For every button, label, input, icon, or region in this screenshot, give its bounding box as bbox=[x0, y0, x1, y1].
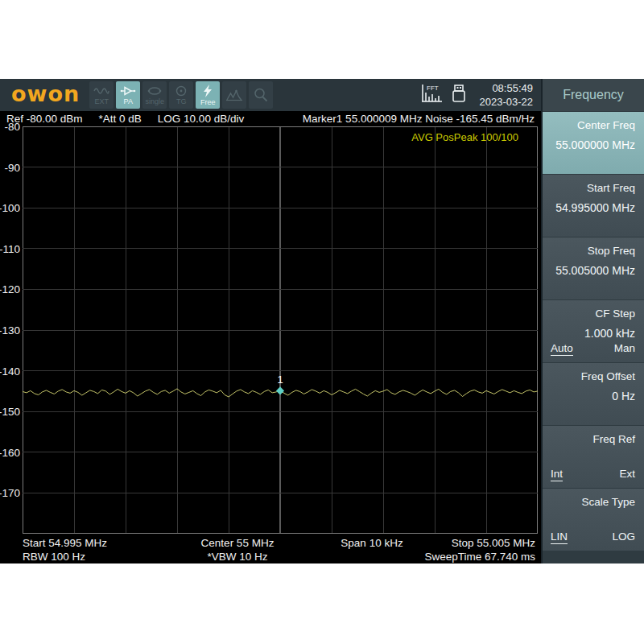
frequency-menu-panel: Frequency Center Freq55.000000 MHzStart … bbox=[541, 79, 644, 564]
menu-button-stop-freq[interactable]: Stop Freq55.005000 MHz bbox=[543, 237, 644, 299]
y-axis-label: -120 bbox=[0, 283, 20, 295]
tg-label: TG bbox=[176, 97, 187, 105]
y-axis-label: -110 bbox=[0, 242, 20, 254]
zoom-toolbar-button[interactable] bbox=[249, 81, 273, 109]
spectrum-plot: AVG PosPeak 100/100 1 bbox=[23, 126, 538, 534]
toolbar-icon-group: EXTPAsingleTGFree bbox=[89, 81, 273, 109]
date: 2023-03-22 bbox=[480, 95, 534, 109]
ext-label: EXT bbox=[95, 97, 109, 105]
free-icon bbox=[200, 85, 216, 97]
single-toolbar-button[interactable]: single bbox=[142, 81, 167, 109]
y-axis-label: -140 bbox=[0, 365, 20, 377]
amplitude-settings: Ref -80.00 dBm *Att 0 dB LOG 10.00 dB/di… bbox=[6, 113, 244, 125]
clock: 08:55:49 2023-03-22 bbox=[480, 81, 534, 109]
pa-icon bbox=[120, 85, 136, 97]
plot-svg: 1 bbox=[23, 126, 538, 534]
menu-button-value: 54.995000 MHz bbox=[551, 201, 635, 214]
time: 08:55:49 bbox=[480, 81, 534, 95]
scale-setting: LOG 10.00 dB/div bbox=[158, 113, 244, 125]
menu-button-label: Freq Ref bbox=[551, 433, 635, 445]
menu-button-value: 1.000 kHz bbox=[551, 327, 635, 340]
toggle-option-log[interactable]: LOG bbox=[612, 530, 635, 544]
vbw-readout: *VBW 10 Hz bbox=[207, 551, 267, 563]
menu-button-label: Scale Type bbox=[551, 496, 635, 508]
stop-freq-readout: Stop 55.005 MHz bbox=[452, 537, 535, 549]
menu-button-center-freq[interactable]: Center Freq55.000000 MHz bbox=[543, 112, 644, 174]
menu-button-toggle: AutoMan bbox=[551, 342, 635, 356]
toggle-option-lin[interactable]: LIN bbox=[551, 530, 568, 544]
toggle-option-int[interactable]: Int bbox=[551, 468, 563, 481]
y-axis-label: -80 bbox=[4, 121, 20, 133]
annotation-line: Ref -80.00 dBm *Att 0 dB LOG 10.00 dB/di… bbox=[0, 111, 541, 126]
menu-button-toggle: IntExt bbox=[551, 468, 635, 481]
toggle-option-auto[interactable]: Auto bbox=[551, 342, 573, 356]
peaks-icon bbox=[225, 89, 243, 101]
menu-button-value: 55.005000 MHz bbox=[551, 264, 635, 277]
menu-button-value: 55.000000 MHz bbox=[551, 138, 635, 151]
menu-button-label: Center Freq bbox=[551, 119, 635, 131]
y-axis-label: -130 bbox=[0, 324, 20, 336]
menu-button-start-freq[interactable]: Start Freq54.995000 MHz bbox=[543, 175, 644, 237]
menu-button-label: CF Step bbox=[551, 308, 635, 320]
center-freq-readout: Center 55 MHz bbox=[201, 537, 275, 549]
menu-button-scale-type[interactable]: Scale TypeLINLOG bbox=[543, 489, 644, 551]
rbw-readout: RBW 100 Hz bbox=[23, 551, 85, 563]
free-toolbar-button[interactable]: Free bbox=[196, 81, 220, 109]
single-label: single bbox=[146, 97, 165, 105]
sweep-time-readout: SweepTime 67.740 ms bbox=[424, 551, 535, 563]
y-axis-label: -160 bbox=[0, 446, 20, 458]
status-icons: FFT bbox=[419, 82, 469, 108]
analyzer-screen: owon EXTPAsingleTGFree FFT bbox=[0, 79, 644, 564]
attenuation: *Att 0 dB bbox=[99, 113, 142, 125]
menu-button-value: 0 Hz bbox=[551, 390, 635, 402]
marker-1-label: 1 bbox=[277, 374, 283, 386]
menu-button-label: Freq Offset bbox=[551, 370, 635, 382]
ext-toolbar-button[interactable]: EXT bbox=[89, 81, 114, 109]
y-axis-label: -150 bbox=[0, 406, 20, 418]
display-area: Ref -80.00 dBm *Att 0 dB LOG 10.00 dB/di… bbox=[0, 111, 541, 564]
y-axis-label: -90 bbox=[4, 161, 20, 173]
peaks-toolbar-button[interactable] bbox=[222, 81, 246, 109]
toggle-option-man[interactable]: Man bbox=[614, 342, 635, 356]
menu-title: Frequency bbox=[543, 79, 644, 111]
status-bar: Start 54.995 MHz Center 55 MHz Span 10 k… bbox=[0, 534, 541, 564]
marker-readout: Marker1 55.000009 MHz Noise -165.45 dBm/… bbox=[303, 113, 535, 125]
y-axis-labels: -80-90-100-110-120-130-140-150-160-170 bbox=[0, 126, 21, 534]
menu-button-freq-ref[interactable]: Freq RefIntExt bbox=[543, 426, 644, 488]
menu-buttons: Center Freq55.000000 MHzStart Freq54.995… bbox=[543, 112, 644, 551]
zoom-icon bbox=[253, 88, 269, 102]
usb-save-icon[interactable] bbox=[448, 82, 469, 108]
y-axis-label: -170 bbox=[0, 487, 20, 499]
marker-1-diamond[interactable] bbox=[276, 386, 284, 394]
tg-toolbar-button[interactable]: TG bbox=[169, 81, 193, 109]
trace-mode-note: AVG PosPeak 100/100 bbox=[411, 131, 518, 143]
owon-logo: owon bbox=[11, 81, 80, 106]
fft-mode-icon[interactable]: FFT bbox=[419, 83, 444, 107]
ext-icon bbox=[93, 85, 109, 97]
svg-text:FFT: FFT bbox=[427, 85, 439, 92]
tg-icon bbox=[173, 85, 189, 97]
top-toolbar: owon EXTPAsingleTGFree FFT bbox=[0, 79, 541, 111]
free-label: Free bbox=[200, 98, 216, 106]
pa-toolbar-button[interactable]: PA bbox=[116, 81, 140, 109]
menu-button-toggle: LINLOG bbox=[551, 530, 635, 544]
toggle-option-ext[interactable]: Ext bbox=[619, 468, 635, 481]
span-readout: Span 10 kHz bbox=[341, 537, 402, 549]
single-icon bbox=[147, 85, 163, 97]
pa-label: PA bbox=[124, 97, 133, 105]
y-axis-label: -100 bbox=[0, 202, 20, 214]
start-freq-readout: Start 54.995 MHz bbox=[23, 537, 107, 549]
menu-button-cf-step[interactable]: CF Step1.000 kHzAutoMan bbox=[543, 300, 644, 362]
menu-button-label: Start Freq bbox=[551, 182, 635, 194]
menu-button-freq-offset[interactable]: Freq Offset0 Hz bbox=[543, 363, 644, 425]
menu-button-label: Stop Freq bbox=[551, 245, 635, 257]
